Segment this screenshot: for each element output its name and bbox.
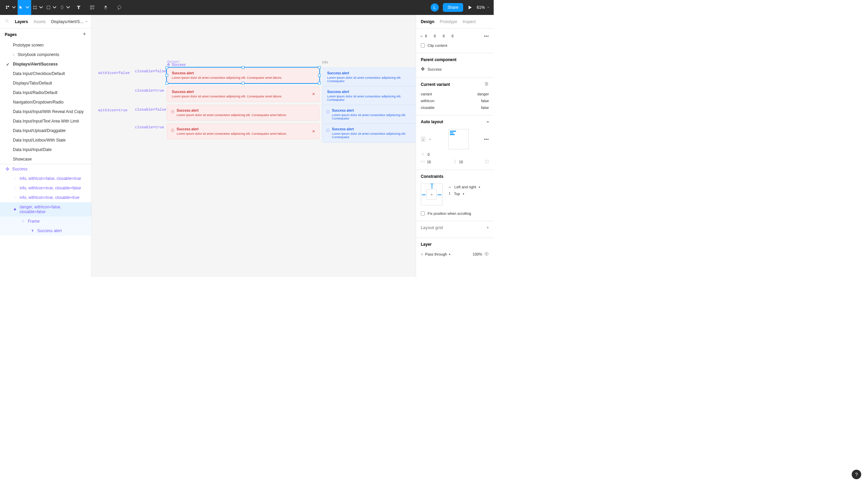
tab-inspect[interactable]: Inspect — [462, 19, 476, 24]
svg-point-14 — [487, 83, 488, 84]
variant-settings-icon[interactable] — [484, 81, 489, 87]
layer-variant-selected[interactable]: danger, withIcon=false, closable=false — [0, 202, 91, 217]
frame-icon — [21, 219, 25, 223]
alert-danger-variant[interactable]: Success alert Lorem ipsum dolor sit amet… — [167, 105, 319, 120]
layer-variant[interactable]: info, withIcon=true, closable=false — [0, 183, 91, 193]
visibility-icon[interactable] — [484, 251, 489, 257]
padding-v-icon — [453, 160, 457, 164]
move-tool-button[interactable] — [18, 0, 31, 15]
section-title: Current variant — [421, 82, 450, 87]
svg-rect-5 — [93, 6, 94, 7]
clip-content-checkbox[interactable] — [421, 43, 425, 48]
present-button[interactable] — [467, 0, 473, 15]
page-item[interactable]: Displays/Tabs/Default — [0, 78, 91, 88]
page-item[interactable]: Data Input/Listbox/With State — [0, 135, 91, 145]
page-item[interactable]: ↓Storybook components — [0, 50, 91, 59]
variant-value[interactable]: danger — [477, 92, 489, 96]
constraint-h-select[interactable]: Left and right — [454, 185, 476, 189]
figma-menu-button[interactable] — [4, 0, 18, 15]
zoom-value: 61% — [477, 5, 485, 10]
shape-tool-button[interactable] — [45, 0, 58, 15]
prop-label: info — [322, 60, 328, 64]
layer-component-set[interactable]: Success — [0, 164, 91, 174]
page-item[interactable]: Data Input/Upload/Draggable — [0, 126, 91, 135]
padding-individual-icon[interactable] — [485, 160, 489, 164]
tab-prototype[interactable]: Prototype — [440, 19, 457, 24]
frame-tool-button[interactable] — [31, 0, 45, 15]
layer-frame[interactable]: Frame — [0, 217, 91, 226]
constraint-visual[interactable]: + — [421, 184, 442, 205]
comment-tool-button[interactable] — [113, 0, 126, 15]
canvas[interactable]: withIcon=false withIcon=true closable=fa… — [92, 15, 416, 277]
zoom-control[interactable]: 61% — [477, 5, 490, 10]
svg-point-13 — [486, 82, 486, 83]
page-item[interactable]: Navigation/Dropdown/Radio — [0, 97, 91, 107]
layer-text[interactable]: Success alert — [0, 226, 91, 236]
alert-info-variant[interactable]: Success alert Lorem ipsum dolor sit amet… — [322, 68, 416, 87]
layer-variant[interactable]: info, withIcon=true, closable=true — [0, 193, 91, 202]
tab-design[interactable]: Design — [421, 19, 434, 24]
page-item[interactable]: Prototype screen — [0, 40, 91, 50]
alert-body: Lorem ipsum dolor sit amet consectetur a… — [177, 113, 314, 117]
chevron-down-icon: ▾ — [479, 186, 480, 189]
alert-danger-variant[interactable]: Success alert Lorem ipsum dolor sit amet… — [167, 86, 319, 102]
alert-title: Success alert — [327, 71, 415, 75]
text-tool-button[interactable] — [72, 0, 85, 15]
page-item[interactable]: Data Input/Input/Text Area With Limit — [0, 116, 91, 126]
parent-component-link[interactable]: Success — [421, 66, 489, 73]
clip-content-label: Clip content — [428, 43, 447, 48]
current-variant-section: Current variant variantdanger withIconfa… — [416, 77, 494, 115]
tab-assets[interactable]: Assets — [34, 19, 46, 24]
close-icon[interactable]: × — [312, 91, 315, 97]
direction-horizontal-button[interactable]: → — [427, 136, 433, 142]
text-icon — [31, 229, 35, 233]
alert-body: Lorem ipsum dolor sit amet consectetur a… — [172, 95, 314, 98]
alert-info-variant[interactable]: Success alert Lorem ipsum dolor sit amet… — [322, 124, 416, 143]
share-button[interactable]: Share — [443, 3, 463, 12]
alert-body: Lorem ipsum dolor sit amet consectetur a… — [172, 76, 314, 79]
prop-label: withIcon=true — [98, 108, 127, 112]
component-icon — [167, 63, 170, 66]
variant-value[interactable]: false — [481, 99, 489, 103]
constraint-v-select[interactable]: Top — [454, 192, 460, 196]
page-item[interactable]: Data Input/Radio/Default — [0, 88, 91, 97]
page-item[interactable]: Data Input/Input/Date — [0, 145, 91, 154]
page-item[interactable]: Data Input/Checkbox/Default — [0, 69, 91, 78]
page-item[interactable]: Data Input/Input/With Reveal And Copy — [0, 107, 91, 116]
more-options-icon[interactable]: ••• — [484, 34, 489, 38]
file-name-dropdown[interactable]: Displays/Alert/S… — [51, 19, 88, 24]
add-grid-button[interactable]: + — [487, 225, 489, 230]
blend-mode-select[interactable]: Pass through — [425, 252, 447, 256]
alignment-grid[interactable] — [448, 129, 469, 149]
opacity-input[interactable]: 100% — [473, 252, 482, 256]
more-options-icon[interactable]: ••• — [484, 137, 489, 141]
direction-vertical-button[interactable]: ↓ — [421, 136, 426, 142]
padding-h-icon — [421, 160, 425, 164]
hand-tool-button[interactable] — [99, 0, 113, 15]
variant-value[interactable]: false — [481, 106, 489, 110]
search-icon[interactable] — [5, 19, 9, 25]
page-item[interactable]: ✓Displays/Alert/Success — [0, 59, 91, 69]
remove-autolayout-button[interactable]: − — [487, 119, 489, 124]
alert-info-variant[interactable]: Success alert Lorem ipsum dolor sit amet… — [322, 105, 416, 124]
pen-tool-button[interactable] — [58, 0, 72, 15]
spacing-input[interactable]: 0 — [428, 152, 430, 156]
chevron-down-icon — [487, 6, 490, 9]
padding-h-input[interactable]: 16 — [427, 160, 431, 164]
resources-button[interactable] — [85, 0, 99, 15]
add-page-button[interactable] — [82, 32, 86, 37]
user-avatar[interactable]: L — [431, 3, 439, 12]
padding-v-input[interactable]: 16 — [459, 160, 463, 164]
layer-variant[interactable]: info, withIcon=false, closable=true — [0, 174, 91, 183]
alert-danger-variant[interactable]: Success alert Lorem ipsum dolor sit amet… — [167, 68, 319, 83]
tab-layers[interactable]: Layers — [15, 19, 28, 24]
alert-danger-variant[interactable]: Success alert Lorem ipsum dolor sit amet… — [167, 124, 319, 139]
component-label[interactable]: Success — [167, 62, 186, 67]
blend-mode-icon: ○ — [421, 252, 423, 256]
alert-info-variant[interactable]: Success alert Lorem ipsum dolor sit amet… — [322, 86, 416, 105]
alert-body: Lorem ipsum dolor sit amet consectetur a… — [177, 132, 314, 135]
close-icon[interactable]: × — [312, 129, 315, 134]
fix-position-checkbox[interactable] — [421, 211, 425, 216]
page-item[interactable]: Showcase — [0, 154, 91, 164]
left-panel: Layers Assets Displays/Alert/S… Pages Pr… — [0, 15, 92, 277]
